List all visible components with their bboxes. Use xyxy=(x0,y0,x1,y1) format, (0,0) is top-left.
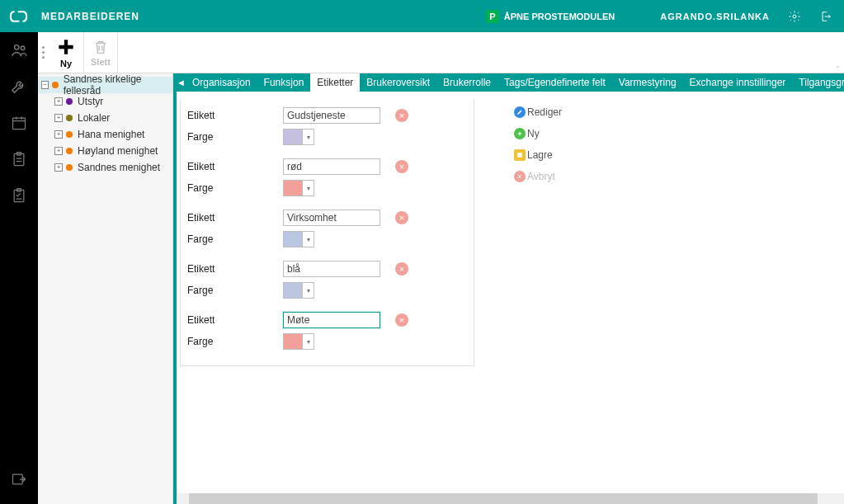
delete-row-button[interactable]: × xyxy=(395,109,408,122)
org-tree: − Sandnes kirkelige fellesråd +Utstyr+Lo… xyxy=(38,73,173,504)
logo-icon xyxy=(9,7,28,26)
topbar: MEDARBEIDEREN P ÅPNE PROSTEMODULEN AGRAN… xyxy=(0,0,844,32)
tab-brukeroversikt[interactable]: Brukeroversikt xyxy=(360,73,436,92)
tab-strip: ◄ OrganisasjonFunksjonEtiketterBrukerove… xyxy=(177,73,844,92)
rail-clipboard-icon[interactable] xyxy=(0,141,38,177)
expand-icon[interactable]: + xyxy=(54,130,63,139)
tree-dot xyxy=(66,164,73,171)
tree-dot xyxy=(66,148,73,154)
expand-icon[interactable]: + xyxy=(54,114,63,122)
logout-icon[interactable] xyxy=(819,10,832,23)
expand-icon[interactable]: + xyxy=(54,147,63,155)
tab-varmestyring[interactable]: Varmestyring xyxy=(612,73,683,92)
prostemodulen-icon: P xyxy=(486,10,499,23)
etikett-group: Etikett×Farge▾ xyxy=(184,207,470,250)
horizontal-scrollbar[interactable] xyxy=(177,493,844,504)
app-title: MEDARBEIDEREN xyxy=(41,11,139,22)
rail-people-icon[interactable] xyxy=(0,32,38,68)
user-name[interactable]: AGRANDO.SRILANKA xyxy=(660,12,770,21)
tree-item-label: Hana menighet xyxy=(78,129,144,140)
tree-dot xyxy=(66,115,73,121)
etikett-input[interactable] xyxy=(283,107,380,124)
rail-wrench-icon[interactable] xyxy=(0,68,38,105)
tab-exchange-innstillinger[interactable]: Exchange innstillinger xyxy=(683,73,793,92)
color-swatch[interactable] xyxy=(283,231,303,247)
cancel-button[interactable]: Avbryt xyxy=(514,167,562,186)
tab-funksjon[interactable]: Funksjon xyxy=(257,73,311,92)
tab-tags-egendefinerte-felt[interactable]: Tags/Egendefinerte felt xyxy=(497,73,612,92)
expand-icon[interactable]: + xyxy=(54,97,63,106)
tree-dot xyxy=(66,98,73,105)
delete-row-button[interactable]: × xyxy=(395,313,408,327)
rail-exit-icon[interactable] xyxy=(0,461,38,497)
edit-button[interactable]: Rediger xyxy=(514,103,562,121)
prostemodulen-label: ÅPNE PROSTEMODULEN xyxy=(504,12,615,21)
settings-icon[interactable] xyxy=(788,10,801,23)
action-panel: Rediger Ny Lagre xyxy=(478,92,562,374)
tab-brukerrolle[interactable]: Brukerrolle xyxy=(436,73,497,92)
tree-item[interactable]: +Høyland menighet xyxy=(38,143,172,159)
save-button[interactable]: Lagre xyxy=(514,146,562,164)
expand-icon[interactable]: + xyxy=(54,163,63,172)
collapse-icon[interactable]: − xyxy=(41,81,49,89)
tab-etiketter[interactable]: Etiketter xyxy=(310,73,360,92)
toolbar-expand-icon[interactable]: ⌄ xyxy=(835,62,841,69)
tree-item-label: Sandnes menighet xyxy=(78,162,160,173)
rail-checklist-icon[interactable] xyxy=(0,177,38,214)
delete-row-button[interactable]: × xyxy=(395,160,408,173)
plus-icon xyxy=(514,128,526,139)
tab-organisasjon[interactable]: Organisasjon xyxy=(186,73,257,92)
tree-root[interactable]: − Sandnes kirkelige fellesråd xyxy=(38,77,172,93)
tab-tilgangsgruppe[interactable]: Tilgangsgruppe xyxy=(792,73,844,92)
farge-label: Farge xyxy=(184,182,283,194)
color-swatch[interactable] xyxy=(283,282,303,299)
etikett-group: Etikett×Farge▾ xyxy=(184,156,470,199)
color-dropdown-icon[interactable]: ▾ xyxy=(303,231,314,247)
etikett-input[interactable] xyxy=(283,261,380,277)
color-swatch[interactable] xyxy=(283,333,303,350)
etikett-label: Etikett xyxy=(184,212,283,224)
etikett-group: Etikett×Farge▾ xyxy=(184,258,470,301)
etikett-label: Etikett xyxy=(184,110,283,121)
tabs-prev-icon[interactable]: ◄ xyxy=(177,73,186,92)
farge-label: Farge xyxy=(184,285,283,296)
rail-calendar-icon[interactable] xyxy=(0,105,38,141)
svg-rect-10 xyxy=(519,153,521,154)
delete-row-button[interactable]: × xyxy=(395,211,408,224)
new-button[interactable]: Ny xyxy=(49,32,84,73)
color-dropdown-icon[interactable]: ▾ xyxy=(303,129,314,145)
save-icon xyxy=(514,149,526,161)
tree-item[interactable]: +Sandnes menighet xyxy=(38,159,172,176)
work-area: ◄ OrganisasjonFunksjonEtiketterBrukerove… xyxy=(173,73,844,504)
tree-root-label: Sandnes kirkelige fellesråd xyxy=(64,73,172,97)
color-dropdown-icon[interactable]: ▾ xyxy=(303,282,314,299)
svg-point-2 xyxy=(21,46,25,50)
etikett-input[interactable] xyxy=(283,312,380,328)
open-prostemodulen-button[interactable]: P ÅPNE PROSTEMODULEN xyxy=(486,10,615,23)
new-action-button[interactable]: Ny xyxy=(514,125,562,143)
toolbar: Ny Slett ⌄ xyxy=(38,32,844,73)
delete-button: Slett xyxy=(84,32,118,73)
color-swatch[interactable] xyxy=(283,180,303,196)
color-swatch[interactable] xyxy=(283,129,303,145)
tree-dot xyxy=(66,131,73,138)
color-dropdown-icon[interactable]: ▾ xyxy=(303,333,314,350)
farge-label: Farge xyxy=(184,233,283,245)
color-dropdown-icon[interactable]: ▾ xyxy=(303,180,314,196)
tree-item-label: Høyland menighet xyxy=(78,145,158,157)
etiketter-form: Etikett×Farge▾Etikett×Farge▾Etikett×Farg… xyxy=(180,100,474,366)
tree-item[interactable]: +Lokaler xyxy=(38,110,172,126)
toolbar-handle[interactable] xyxy=(38,32,49,73)
tree-item[interactable]: +Hana menighet xyxy=(38,126,172,143)
svg-point-1 xyxy=(15,45,20,50)
etikett-input[interactable] xyxy=(283,158,380,175)
svg-rect-3 xyxy=(13,118,26,129)
delete-row-button[interactable]: × xyxy=(395,262,408,276)
cancel-icon xyxy=(514,171,526,182)
etikett-input[interactable] xyxy=(283,210,380,226)
etikett-label: Etikett xyxy=(184,314,283,326)
etikett-group: Etikett×Farge▾ xyxy=(184,309,470,352)
tree-item-label: Lokaler xyxy=(78,112,110,124)
etikett-group: Etikett×Farge▾ xyxy=(184,105,470,148)
edit-icon xyxy=(514,106,526,118)
